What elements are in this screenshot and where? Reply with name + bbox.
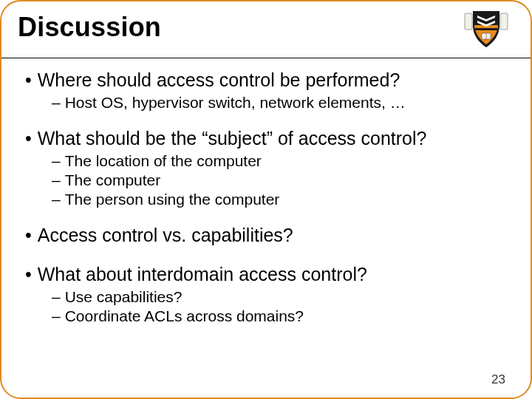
slide-body: •Where should access control be performe… <box>25 69 507 368</box>
subbullet-q2-1: –The location of the computer <box>52 152 507 170</box>
subbullet-q2-2: –The computer <box>52 171 507 189</box>
subbullet-q1-1: –Host OS, hypervisor switch, network ele… <box>52 94 507 112</box>
bullet-text: Where should access control be performed… <box>38 69 400 90</box>
bullet-q4: •What about interdomain access control? <box>25 264 507 285</box>
subbullet-text: Host OS, hypervisor switch, network elem… <box>65 94 406 111</box>
svg-rect-2 <box>475 28 497 30</box>
subbullet-text: Coordinate ACLs across domains? <box>65 307 304 324</box>
page-title: Discussion <box>18 12 514 43</box>
subbullet-q2-3: –The person using the computer <box>52 191 507 208</box>
bullet-q1: •Where should access control be performe… <box>25 69 507 91</box>
svg-rect-0 <box>465 13 472 30</box>
slide-frame: Discussion •Where should access control … <box>0 0 532 399</box>
subbullet-text: Use capabilities? <box>65 288 183 305</box>
subbullet-text: The computer <box>65 171 161 188</box>
bullet-text: Access control vs. capabilities? <box>38 225 293 245</box>
bullet-text: What should be the “subject” of access c… <box>38 128 427 149</box>
bullet-q3: •Access control vs. capabilities? <box>25 225 507 246</box>
title-row: Discussion <box>18 12 514 43</box>
title-divider <box>1 58 531 58</box>
princeton-shield-icon <box>464 9 508 50</box>
subbullet-q4-2: –Coordinate ACLs across domains? <box>52 307 507 325</box>
page-number: 23 <box>491 372 505 387</box>
bullet-text: What about interdomain access control? <box>38 264 367 284</box>
subbullet-q4-1: –Use capabilities? <box>52 288 507 306</box>
svg-rect-1 <box>500 13 508 30</box>
bullet-q2: •What should be the “subject” of access … <box>25 128 507 149</box>
subbullet-text: The location of the computer <box>65 152 262 169</box>
subbullet-text: The person using the computer <box>65 191 280 208</box>
